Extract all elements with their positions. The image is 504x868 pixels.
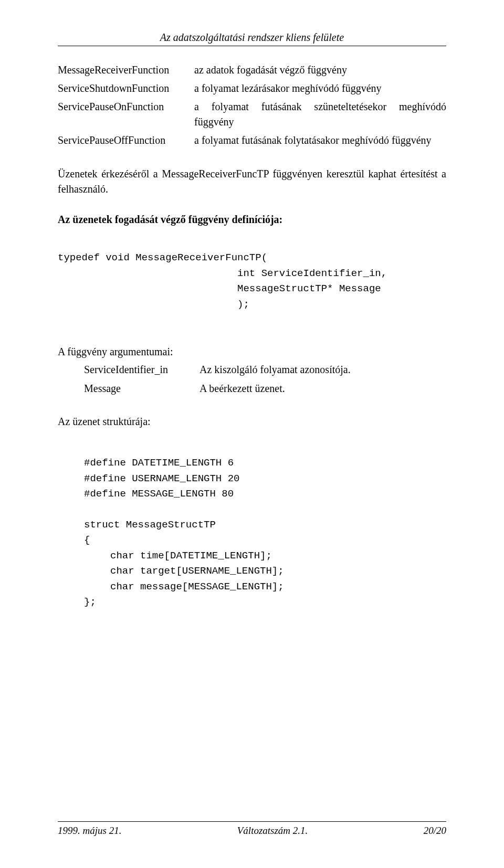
footer-version: Változatszám 2.1. [237, 825, 308, 837]
def-desc: a folyamat futásának folytatásakor meghí… [194, 131, 446, 150]
code-line: int ServiceIdentifier_in, [58, 268, 387, 279]
page: Az adatszolgáltatási rendszer kliens fel… [0, 0, 504, 868]
def-term: MessageReceiverFunction [58, 61, 194, 79]
code-line: { [58, 534, 90, 546]
code-line: char time[DATETIME_LENGTH]; [58, 550, 272, 562]
footer-date: 1999. május 21. [58, 825, 121, 837]
arguments-title: A függvény argumentumai: [58, 346, 446, 358]
table-row: ServiceIdentifier_in Az kiszolgáló folya… [58, 360, 351, 379]
def-term: ServicePauseOnFunction [58, 98, 194, 131]
arg-name: ServiceIdentifier_in [58, 360, 200, 379]
page-footer: 1999. május 21. Változatszám 2.1. 20/20 [58, 821, 446, 837]
def-desc: az adatok fogadását végző függvény [194, 61, 446, 79]
section-subheading: Az üzenet struktúrája: [58, 416, 446, 428]
arguments-block: A függvény argumentumai: ServiceIdentifi… [58, 346, 446, 398]
code-line: ); [58, 299, 249, 310]
code-line: }; [58, 596, 96, 608]
def-desc: a folyamat futásának szüneteltetésekor m… [194, 98, 446, 131]
paragraph: Üzenetek érkezéséről a MessageReceiverFu… [58, 166, 446, 197]
table-row: Message A beérkezett üzenet. [58, 379, 351, 398]
code-line: #define DATETIME_LENGTH 6 [58, 457, 234, 469]
def-term: ServiceShutdownFunction [58, 79, 194, 98]
arg-desc: A beérkezett üzenet. [200, 379, 351, 398]
code-line: #define USERNAME_LENGTH 20 [58, 473, 239, 484]
code-line: char message[MESSAGE_LENGTH]; [58, 581, 284, 592]
table-row: ServicePauseOffFunction a folyamat futás… [58, 131, 446, 150]
code-block-struct: #define DATETIME_LENGTH 6 #define USERNA… [58, 440, 446, 626]
arguments-table: ServiceIdentifier_in Az kiszolgáló folya… [58, 360, 351, 398]
definition-table: MessageReceiverFunction az adatok fogadá… [58, 61, 446, 150]
page-header: Az adatszolgáltatási rendszer kliens fel… [58, 31, 446, 46]
arg-desc: Az kiszolgáló folyamat azonosítója. [200, 360, 351, 379]
code-line: char target[USERNAME_LENGTH]; [58, 565, 284, 577]
table-row: ServicePauseOnFunction a folyamat futásá… [58, 98, 446, 131]
code-line: MessageStructTP* Message [58, 283, 381, 294]
section-heading: Az üzenetek fogadását végző függvény def… [58, 214, 446, 226]
def-desc: a folyamat lezárásakor meghívódó függvén… [194, 79, 446, 98]
code-line: typedef void MessageReceiverFuncTP( [58, 252, 267, 263]
table-row: MessageReceiverFunction az adatok fogadá… [58, 61, 446, 79]
code-line: struct MessageStructTP [58, 519, 216, 531]
code-block-typedef: typedef void MessageReceiverFuncTP( int … [58, 235, 446, 328]
arg-name: Message [58, 379, 200, 398]
table-row: ServiceShutdownFunction a folyamat lezár… [58, 79, 446, 98]
def-term: ServicePauseOffFunction [58, 131, 194, 150]
code-line: #define MESSAGE_LENGTH 80 [58, 488, 234, 500]
footer-page-number: 20/20 [424, 825, 446, 837]
